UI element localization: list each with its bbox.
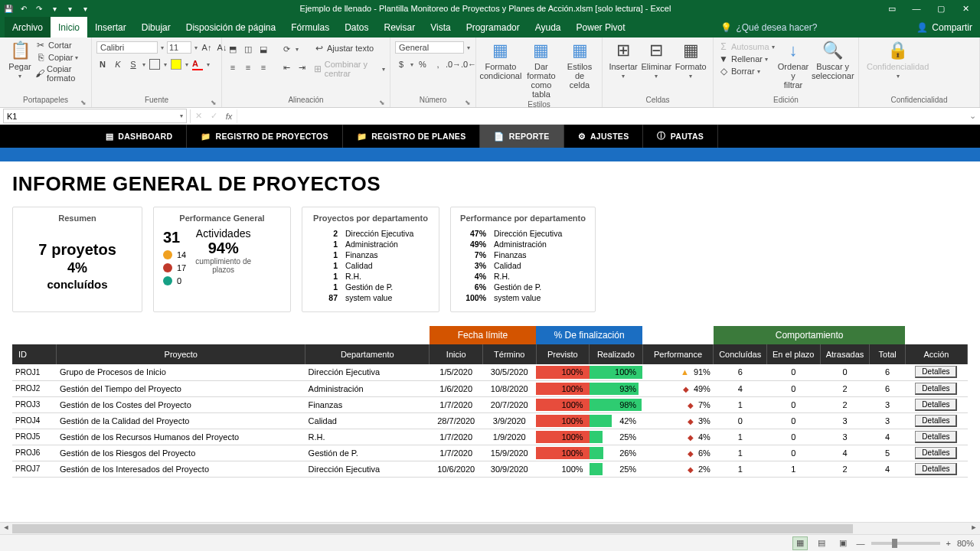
conditional-format-button[interactable]: ▦Formato condicional	[481, 39, 521, 82]
paste-button[interactable]: 📋 Pegar ▾	[5, 39, 35, 81]
italic-button[interactable]: K	[112, 58, 124, 70]
insert-function-icon[interactable]: fx	[221, 112, 237, 121]
ribbon-options-icon[interactable]: ▭	[880, 1, 903, 16]
col-header[interactable]: Performance	[642, 344, 714, 364]
maximize-icon[interactable]: ▢	[929, 1, 952, 16]
zoom-slider[interactable]	[871, 542, 940, 545]
formula-input[interactable]	[237, 109, 965, 123]
tab-disposición-de-página[interactable]: Disposición de página	[178, 17, 283, 37]
tellme-label[interactable]: ¿Qué desea hacer?	[736, 22, 817, 33]
horizontal-scrollbar[interactable]: ◄ ►	[0, 522, 980, 534]
nav-dashboard[interactable]: ▤DASHBOARD	[92, 125, 187, 148]
details-button[interactable]: Detalles	[915, 366, 957, 378]
percent-format-icon[interactable]: %	[416, 58, 429, 70]
format-painter-button[interactable]: 🖌Copiar formato	[35, 64, 87, 83]
align-middle-icon[interactable]: ◫	[242, 43, 254, 55]
normal-view-icon[interactable]: ▦	[792, 536, 808, 550]
nav-reporte[interactable]: 📄REPORTE	[480, 125, 564, 148]
tab-archivo[interactable]: Archivo	[5, 17, 51, 37]
col-header[interactable]: Proyecto	[57, 344, 305, 364]
details-button[interactable]: Detalles	[915, 447, 957, 459]
font-name-select[interactable]: Calibri	[96, 41, 158, 54]
number-launcher-icon[interactable]: ⬊	[465, 99, 471, 106]
accounting-format-icon[interactable]: $	[395, 58, 407, 70]
insert-cells-button[interactable]: ⊞Insertar▾	[607, 39, 639, 81]
border-button[interactable]	[149, 58, 161, 70]
tab-insertar[interactable]: Insertar	[87, 17, 134, 37]
details-button[interactable]: Detalles	[915, 399, 957, 411]
details-button[interactable]: Detalles	[915, 415, 957, 427]
tab-ayuda[interactable]: Ayuda	[528, 17, 569, 37]
wrap-text-button[interactable]: ↩Ajustar texto	[314, 42, 385, 54]
col-header[interactable]: ID	[12, 344, 57, 364]
col-header[interactable]: Acción	[905, 344, 967, 364]
details-button[interactable]: Detalles	[915, 383, 957, 395]
clipboard-launcher-icon[interactable]: ⬊	[80, 99, 87, 106]
share-button[interactable]: Compartir	[932, 22, 972, 33]
zoom-out-icon[interactable]: —	[857, 539, 865, 548]
align-bottom-icon[interactable]: ⬓	[257, 43, 270, 55]
tab-power-pivot[interactable]: Power Pivot	[569, 17, 633, 37]
decrease-decimal-icon[interactable]: .0←	[462, 58, 475, 70]
redo-icon[interactable]: ↷	[34, 3, 44, 14]
col-header[interactable]: Atrasadas	[820, 344, 870, 364]
page-break-view-icon[interactable]: ▣	[835, 536, 851, 550]
clear-button[interactable]: ◇Borrar▾	[718, 65, 775, 77]
font-color-button[interactable]: A	[191, 58, 204, 70]
increase-font-icon[interactable]: A↑	[201, 41, 213, 54]
col-header[interactable]: Departamento	[305, 344, 430, 364]
col-header[interactable]: Previsto	[536, 344, 590, 364]
comma-format-icon[interactable]: ,	[432, 58, 444, 70]
increase-indent-icon[interactable]: ⇥	[296, 61, 308, 73]
tab-dibujar[interactable]: Dibujar	[134, 17, 178, 37]
increase-decimal-icon[interactable]: .0→	[447, 58, 459, 70]
underline-button[interactable]: S	[127, 58, 139, 70]
cell-styles-button[interactable]: ▦Estilos de celda	[562, 39, 597, 91]
scroll-left-icon[interactable]: ◄	[0, 523, 12, 534]
close-icon[interactable]: ✕	[954, 1, 977, 16]
cancel-formula-icon[interactable]: ✕	[191, 111, 206, 121]
number-format-select[interactable]: General	[395, 41, 464, 54]
tab-fórmulas[interactable]: Fórmulas	[283, 17, 337, 37]
minimize-icon[interactable]: —	[905, 1, 928, 16]
save-icon[interactable]: 💾	[3, 3, 14, 14]
nav-registro-de-planes[interactable]: 📁REGISTRO DE PLANES	[343, 125, 481, 148]
qa-customize-icon[interactable]: ▾	[80, 3, 90, 14]
autosum-button[interactable]: ΣAutosuma▾	[718, 41, 775, 53]
fill-button[interactable]: ▼Rellenar▾	[718, 53, 775, 65]
scroll-thumb[interactable]	[12, 524, 853, 533]
decrease-indent-icon[interactable]: ⇤	[280, 61, 292, 73]
tab-datos[interactable]: Datos	[337, 17, 376, 37]
qa-icon-4[interactable]: ▾	[49, 3, 60, 14]
align-top-icon[interactable]: ⬒	[227, 43, 239, 55]
tab-vista[interactable]: Vista	[423, 17, 458, 37]
col-header[interactable]: Total	[870, 344, 905, 364]
qa-icon-5[interactable]: ▾	[64, 3, 75, 14]
col-header[interactable]: Término	[482, 344, 536, 364]
merge-center-button[interactable]: ⊞Combinar y centrar▾	[314, 59, 385, 79]
zoom-level[interactable]: 80%	[957, 539, 974, 548]
font-launcher-icon[interactable]: ⬊	[211, 99, 217, 106]
details-button[interactable]: Detalles	[915, 431, 957, 443]
format-as-table-button[interactable]: ▦Dar formato como tabla	[521, 39, 562, 100]
zoom-in-icon[interactable]: +	[946, 539, 951, 548]
tellme-icon[interactable]: 💡	[720, 22, 732, 33]
enter-formula-icon[interactable]: ✓	[206, 111, 221, 121]
copy-button[interactable]: ⎘Copiar▾	[35, 51, 87, 64]
find-select-button[interactable]: 🔍Buscar y seleccionar	[812, 39, 854, 82]
details-button[interactable]: Detalles	[915, 463, 957, 475]
nav-registro-de-proyectos[interactable]: 📁REGISTRO DE PROYECTOS	[187, 125, 343, 148]
share-icon[interactable]: 👤	[916, 22, 928, 33]
delete-cells-button[interactable]: ⊟Eliminar▾	[639, 39, 673, 81]
bold-button[interactable]: N	[96, 58, 109, 70]
col-header[interactable]: Inicio	[430, 344, 483, 364]
format-cells-button[interactable]: ▦Formato▾	[674, 39, 709, 81]
align-right-icon[interactable]: ≡	[257, 61, 270, 73]
align-launcher-icon[interactable]: ⬊	[379, 99, 385, 106]
tab-revisar[interactable]: Revisar	[377, 17, 423, 37]
nav-ajustes[interactable]: ⚙AJUSTES	[564, 125, 644, 148]
cut-button[interactable]: ✂Cortar	[35, 39, 87, 51]
fill-color-button[interactable]	[170, 58, 182, 70]
expand-formula-icon[interactable]: ⌄	[965, 111, 980, 121]
nav-pautas[interactable]: ⓘPAUTAS	[643, 125, 718, 148]
